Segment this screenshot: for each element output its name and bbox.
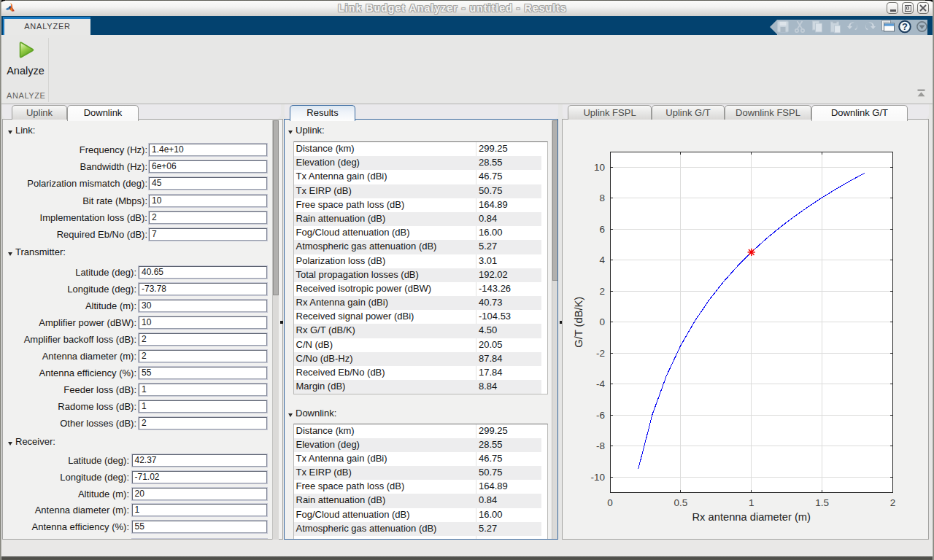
svg-text:0: 0 <box>607 497 613 508</box>
svg-text:-2: -2 <box>596 348 605 359</box>
svg-text:Rx antenna diameter (m): Rx antenna diameter (m) <box>692 511 811 523</box>
svg-text:1: 1 <box>749 497 754 508</box>
svg-text:?: ? <box>902 21 908 32</box>
svg-text:-8: -8 <box>596 440 605 451</box>
svg-text:0: 0 <box>599 316 605 327</box>
svg-text:-10: -10 <box>590 472 605 483</box>
svg-text:8: 8 <box>599 192 605 203</box>
svg-text:2: 2 <box>890 497 896 508</box>
svg-text:G/T (dB/K): G/T (dB/K) <box>573 297 584 348</box>
svg-text:-4: -4 <box>596 378 605 389</box>
svg-text:0.5: 0.5 <box>674 497 687 508</box>
svg-text:-6: -6 <box>596 410 605 421</box>
svg-text:1.5: 1.5 <box>815 497 829 508</box>
svg-text:10: 10 <box>594 162 605 173</box>
svg-text:2: 2 <box>599 286 605 297</box>
svg-text:4: 4 <box>599 254 605 265</box>
svg-text:6: 6 <box>599 224 605 235</box>
